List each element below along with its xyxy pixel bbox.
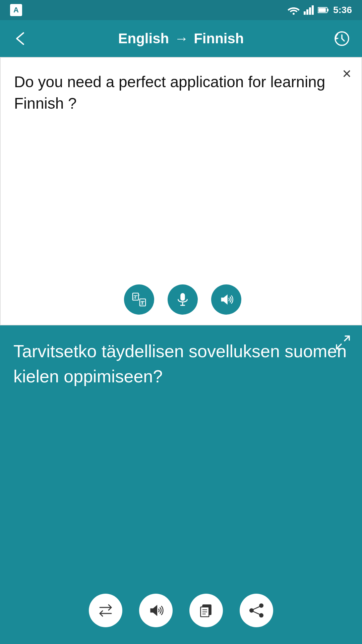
status-time: 5:36	[333, 5, 352, 15]
back-button[interactable]	[10, 29, 30, 49]
source-language: English	[118, 31, 169, 47]
svg-point-23	[259, 613, 263, 617]
translation-speaker-button[interactable]	[139, 594, 173, 627]
svg-line-25	[253, 611, 260, 614]
translation-controls	[13, 587, 349, 637]
svg-rect-3	[309, 7, 311, 15]
nav-bar: English → Finnish	[0, 20, 362, 57]
svg-point-21	[259, 604, 263, 607]
share-button[interactable]	[240, 594, 273, 627]
copy-button[interactable]	[189, 594, 223, 627]
arrow-icon: →	[174, 31, 188, 47]
app-icon: A	[10, 4, 22, 16]
input-section: × Do you need a perfect application for …	[0, 57, 362, 325]
status-bar-left: A	[10, 4, 22, 16]
svg-line-24	[253, 607, 260, 609]
wifi-icon	[288, 5, 300, 15]
translation-section: Tarvitsetko täydellisen sovelluksen suom…	[0, 325, 362, 644]
source-speaker-button[interactable]	[211, 284, 241, 315]
svg-rect-2	[306, 9, 308, 15]
history-button[interactable]	[332, 29, 352, 49]
svg-text:A: A	[133, 296, 136, 300]
svg-rect-13	[180, 293, 185, 301]
translated-text: Tarvitsetko täydellisen sovelluksen suom…	[13, 339, 349, 587]
source-text-input[interactable]: Do you need a perfect application for le…	[14, 68, 351, 278]
svg-rect-7	[327, 9, 328, 11]
battery-icon	[318, 5, 329, 15]
svg-text:文: 文	[140, 302, 144, 305]
svg-point-22	[250, 609, 253, 612]
nav-title: English → Finnish	[118, 31, 244, 47]
expand-button[interactable]	[334, 333, 352, 353]
svg-point-0	[293, 13, 295, 15]
close-button[interactable]: ×	[342, 66, 351, 81]
signal-icon	[304, 5, 314, 15]
svg-rect-6	[318, 8, 326, 12]
svg-rect-1	[304, 11, 306, 15]
target-language: Finnish	[194, 31, 244, 47]
microphone-button[interactable]	[168, 284, 198, 315]
input-controls: A 文	[14, 278, 351, 318]
svg-rect-4	[312, 5, 314, 15]
translate-button[interactable]: A 文	[124, 284, 154, 315]
status-bar-right: 5:36	[288, 5, 352, 15]
swap-languages-button[interactable]	[89, 594, 122, 627]
status-bar: A 5:36	[0, 0, 362, 20]
